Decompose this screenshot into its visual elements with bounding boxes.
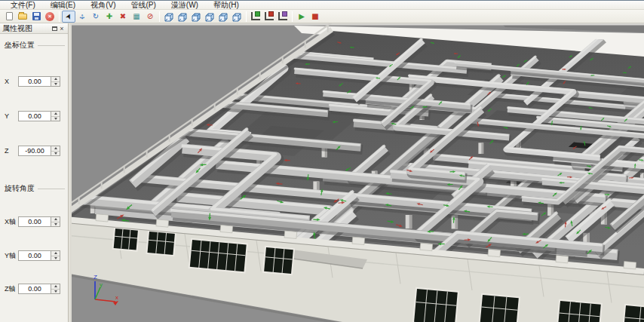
- delete-tool-button[interactable]: ✖: [116, 11, 130, 23]
- rotation-x-row: X轴: [5, 216, 65, 227]
- coordinate-z-stepper[interactable]: [51, 146, 60, 156]
- open-file-button[interactable]: [16, 11, 29, 23]
- properties-panel-titlebar: 属性视图 ×: [0, 23, 68, 34]
- toolbar: ×➤↔↕↻✚✖▦⊘▶■: [0, 10, 644, 23]
- save-file-button[interactable]: [29, 11, 43, 23]
- group-coordinate-position: 坐标位置: [5, 40, 65, 51]
- select-tool-button[interactable]: ➤: [62, 11, 75, 23]
- layer-green-icon: [251, 12, 260, 20]
- properties-panel-title: 属性视图: [2, 23, 51, 34]
- open-folder-icon: [18, 14, 27, 20]
- coordinate-y-label: Y: [5, 112, 18, 120]
- rotation-y-label: Y轴: [5, 251, 18, 261]
- axis-x-label: x: [115, 294, 118, 301]
- rotation-x-label: X轴: [5, 217, 18, 227]
- coordinate-z-label: Z: [5, 147, 18, 155]
- group-rotation-angle-label: 旋转角度: [5, 183, 35, 194]
- toolbar-separator: [59, 11, 60, 22]
- rotation-y-row: Y轴: [5, 250, 65, 261]
- menu-file[interactable]: 文件(F): [3, 1, 43, 10]
- pipeline-layer-green-button[interactable]: [249, 11, 262, 23]
- coordinate-y-input[interactable]: [18, 111, 51, 121]
- pipeline-layer-purple-button[interactable]: [276, 11, 290, 23]
- 3d-viewport[interactable]: Z x y: [72, 23, 644, 322]
- toolbar-separator: [292, 11, 293, 22]
- move-tool-button[interactable]: ↔↕: [75, 11, 89, 23]
- rotation-x-input[interactable]: [18, 216, 51, 227]
- cube-view-icon: [191, 11, 202, 22]
- coordinate-x-stepper[interactable]: [51, 76, 60, 87]
- rotation-y-input[interactable]: [18, 250, 51, 261]
- cube-view-icon: [164, 11, 175, 22]
- properties-panel: 属性视图 × 坐标位置 X Y Z 旋转角度 X轴: [0, 23, 69, 322]
- coordinate-y-row: Y: [5, 111, 65, 121]
- stop-cube-icon: ■: [311, 13, 318, 20]
- float-window-icon: [52, 26, 57, 31]
- delete-cross-icon: ✖: [120, 13, 126, 20]
- panel-float-button[interactable]: [51, 25, 58, 32]
- view-cube-3-button[interactable]: [189, 11, 203, 23]
- toolbar-group: [249, 11, 290, 23]
- coordinate-x-input[interactable]: [18, 76, 51, 87]
- coordinate-x-row: X: [5, 76, 65, 87]
- no-entry-icon: ⊘: [147, 13, 153, 20]
- menu-view[interactable]: 视角(V): [83, 1, 123, 10]
- new-file-button[interactable]: [2, 11, 16, 23]
- walkthrough-start-button[interactable]: ▶: [295, 11, 308, 23]
- axis-z-label: Z: [94, 274, 97, 281]
- menu-help[interactable]: 帮助(H): [206, 1, 247, 10]
- move-arrows-icon: ↔↕: [78, 11, 87, 21]
- view-cube-4-button[interactable]: [203, 11, 216, 23]
- cube-view-icon: [218, 11, 229, 22]
- group-rotation-angle: 旋转角度: [5, 183, 65, 194]
- menu-pipeline[interactable]: 管线(P): [123, 1, 163, 10]
- menu-bar: 文件(F) 编辑(E) 视角(V) 管线(P) 漫游(W) 帮助(H): [0, 0, 644, 10]
- 3d-scene-canvas[interactable]: Z x y: [72, 23, 644, 322]
- layer-purple-icon: [278, 12, 287, 20]
- view-cube-6-button[interactable]: [230, 11, 244, 23]
- rotation-z-input[interactable]: [18, 284, 51, 294]
- rotation-z-label: Z轴: [5, 284, 18, 294]
- rotate-tool-button[interactable]: ↻: [89, 11, 103, 23]
- grid-capture-icon: ▦: [133, 13, 140, 20]
- rotation-z-stepper[interactable]: [51, 284, 60, 294]
- add-tool-button[interactable]: ✚: [103, 11, 116, 23]
- view-cube-1-button[interactable]: [162, 11, 176, 23]
- save-floppy-icon: [32, 12, 41, 20]
- toolbar-group: ➤↔↕↻✚✖▦⊘: [62, 11, 157, 23]
- rotate-icon: ↻: [93, 13, 99, 20]
- menu-edit[interactable]: 编辑(E): [43, 1, 83, 10]
- pipeline-layer-red-button[interactable]: [262, 11, 276, 23]
- play-icon: ▶: [299, 13, 305, 20]
- close-file-button[interactable]: ×: [43, 11, 57, 23]
- coordinate-y-stepper[interactable]: [51, 111, 60, 121]
- new-page-icon: [6, 12, 13, 20]
- toolbar-separator: [159, 11, 160, 22]
- view-cube-5-button[interactable]: [216, 11, 230, 23]
- walkthrough-stop-button[interactable]: ■: [308, 11, 322, 23]
- coordinate-z-row: Z: [5, 146, 65, 156]
- toolbar-group: [162, 11, 244, 23]
- axis-y-label: y: [100, 281, 103, 288]
- cube-view-icon: [232, 11, 243, 22]
- toolbar-group: ×: [2, 11, 57, 23]
- cursor-icon: ➤: [64, 12, 74, 21]
- rotation-y-stepper[interactable]: [51, 250, 60, 261]
- capture-tool-button[interactable]: ▦: [130, 11, 143, 23]
- rotation-x-stepper[interactable]: [51, 216, 60, 227]
- menu-walkthrough[interactable]: 漫游(W): [164, 1, 206, 10]
- view-cube-2-button[interactable]: [176, 11, 189, 23]
- toolbar-group: ▶■: [295, 11, 322, 23]
- cube-view-icon: [204, 11, 216, 22]
- toolbar-separator: [246, 11, 247, 22]
- layer-red-icon: [265, 12, 274, 20]
- group-coordinate-position-label: 坐标位置: [5, 40, 35, 51]
- coordinate-x-label: X: [5, 78, 18, 85]
- panel-close-button[interactable]: ×: [58, 25, 66, 32]
- cube-view-icon: [177, 11, 189, 22]
- disable-tool-button[interactable]: ⊘: [143, 11, 157, 23]
- coordinate-z-input[interactable]: [18, 146, 51, 156]
- close-doc-icon: ×: [45, 12, 54, 21]
- plus-icon: ✚: [106, 13, 112, 20]
- rotation-z-row: Z轴: [5, 284, 65, 294]
